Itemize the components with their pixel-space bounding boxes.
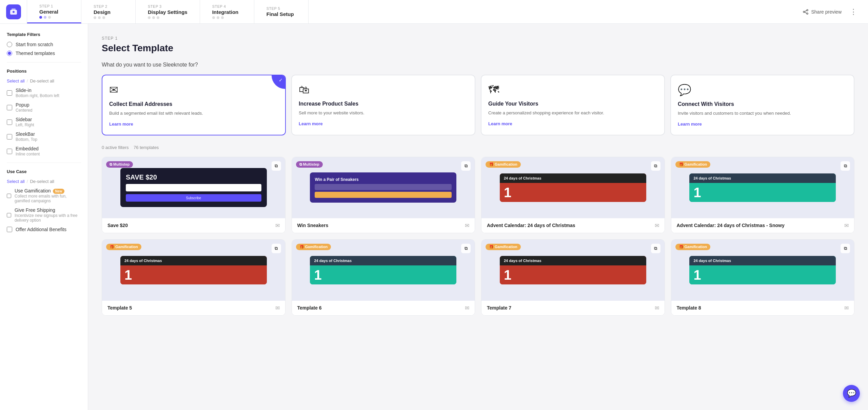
copy-template-save20[interactable]: ⧉ xyxy=(272,161,281,171)
position-checkbox-sidebar[interactable] xyxy=(7,119,12,125)
template-type-icon-tpl5: ✉ xyxy=(275,305,280,311)
step-dot xyxy=(217,16,219,19)
nav-step-step4[interactable]: STEP 4 Integration xyxy=(200,0,254,23)
themed-radio[interactable] xyxy=(7,51,12,56)
copy-template-tpl7[interactable]: ⧉ xyxy=(651,244,660,253)
template-name-advent2: Advent Calendar: 24 days of Christmas - … xyxy=(677,223,785,228)
usecase-sub: Collect more emails with fun, gamified c… xyxy=(15,194,81,203)
filter-themed: Themed templates xyxy=(7,51,81,56)
step-label-text: STEP 4 xyxy=(212,4,242,8)
positions-select-all[interactable]: Select all xyxy=(7,78,25,83)
step-name-text: Design xyxy=(94,9,123,15)
category-card-email[interactable]: ✓ ✉ Collect Email Addresses Build a segm… xyxy=(102,75,286,135)
category-desc-email: Build a segmented email list with releva… xyxy=(109,110,278,117)
category-card-connect[interactable]: 💬 Connect With Visitors Invite visitors … xyxy=(670,75,854,135)
position-sub: Left, Right xyxy=(16,123,34,127)
position-label-popup[interactable]: Popup Centered xyxy=(7,102,81,113)
themed-option[interactable]: Themed templates xyxy=(7,51,81,56)
usecase-label-gamification[interactable]: Use GamificationNew Collect more emails … xyxy=(7,188,81,203)
copy-template-advent1[interactable]: ⧉ xyxy=(651,161,660,171)
template-name-tpl8: Template 8 xyxy=(677,305,701,311)
template-badge-tpl8: 🎁 Gamification xyxy=(675,244,711,250)
template-card-save20[interactable]: ⧉ Multistep ⧉ SAVE $20 Subscribe Save $2… xyxy=(102,157,285,233)
chat-bubble[interactable]: 💬 xyxy=(843,385,860,402)
usecases-list: Use GamificationNew Collect more emails … xyxy=(7,188,81,232)
copy-template-tpl8[interactable]: ⧉ xyxy=(841,244,850,253)
template-card-advent2[interactable]: 🎁 Gamification ⧉ 24 days of Christmas 1 … xyxy=(671,157,855,233)
template-card-advent1[interactable]: 🎁 Gamification ⧉ 24 days of Christmas 1 … xyxy=(481,157,665,233)
template-card-sneakers[interactable]: ⧉ Multistep ⧉ Win a Pair of Sneakers Win… xyxy=(292,157,475,233)
usecase-item-gamification: Use GamificationNew Collect more emails … xyxy=(7,188,81,203)
position-label-embedded[interactable]: Embedded Inline content xyxy=(7,146,81,156)
category-title-sales: Increase Product Sales xyxy=(299,101,468,107)
category-card-sales[interactable]: 🛍 Increase Product Sales Sell more to yo… xyxy=(291,75,475,135)
more-button[interactable]: ⋮ xyxy=(847,6,860,18)
template-card-tpl8[interactable]: 🎁 Gamification ⧉ 24 days of Christmas 1 … xyxy=(671,239,855,316)
copy-template-tpl6[interactable]: ⧉ xyxy=(461,244,471,253)
scratch-option[interactable]: Start from scratch xyxy=(7,42,81,47)
mock-advent-snow: 24 days of Christmas 1 xyxy=(310,256,456,284)
template-footer-tpl8: Template 8 ✉ xyxy=(671,301,854,315)
position-name: SleekBar xyxy=(16,131,37,137)
mock-advent: 24 days of Christmas 1 xyxy=(120,256,267,284)
copy-template-sneakers[interactable]: ⧉ xyxy=(461,161,471,171)
template-badge-tpl6: 🎁 Gamification xyxy=(296,244,331,250)
usecase-label-offer-benefits[interactable]: Offer Additional Benefits xyxy=(7,227,81,232)
usecase-deselect-all[interactable]: De-select all xyxy=(30,179,54,184)
usecase-checkbox-free-shipping[interactable] xyxy=(7,212,11,218)
usecase-select-all[interactable]: Select all xyxy=(7,179,25,184)
step-name-text: Display Settings xyxy=(148,9,188,15)
positions-deselect-all[interactable]: De-select all xyxy=(30,78,54,83)
nav-step-step5[interactable]: STEP 5 Final Setup xyxy=(254,0,309,23)
copy-template-tpl5[interactable]: ⧉ xyxy=(272,244,281,253)
nav-step-step2[interactable]: STEP 2 Design xyxy=(81,0,136,23)
nav-step-step3[interactable]: STEP 3 Display Settings xyxy=(136,0,200,23)
template-card-tpl7[interactable]: 🎁 Gamification ⧉ 24 days of Christmas 1 … xyxy=(481,239,665,316)
position-label-sidebar[interactable]: Sidebar Left, Right xyxy=(7,117,81,127)
nav-step-step1[interactable]: STEP 1 General xyxy=(27,0,81,23)
template-card-tpl5[interactable]: 🎁 Gamification ⧉ 24 days of Christmas 1 … xyxy=(102,239,285,316)
step-dots xyxy=(148,16,188,19)
template-name-tpl6: Template 6 xyxy=(297,305,322,311)
usecase-checkbox-gamification[interactable] xyxy=(7,193,11,199)
main-content: STEP 1 Select Template What do you want … xyxy=(88,24,868,410)
svg-line-6 xyxy=(804,11,806,12)
template-badge-advent2: 🎁 Gamification xyxy=(675,161,711,168)
usecase-label-free-shipping[interactable]: Give Free Shipping Incentivize new signu… xyxy=(7,207,81,223)
share-preview-button[interactable]: Share preview xyxy=(803,9,842,15)
position-label-sleekbar[interactable]: SleekBar Bottom, Top xyxy=(7,131,81,142)
position-checkbox-popup[interactable] xyxy=(7,105,12,110)
template-name-tpl7: Template 7 xyxy=(487,305,511,311)
position-checkbox-sleekbar[interactable] xyxy=(7,134,12,139)
template-type-icon-tpl7: ✉ xyxy=(655,305,659,311)
share-icon xyxy=(803,9,809,15)
sidebar-title: Template Filters xyxy=(7,32,81,37)
page-title: Select Template xyxy=(102,43,854,54)
usecase-title: Use Case xyxy=(7,169,81,174)
usecase-checkbox-offer-benefits[interactable] xyxy=(7,227,12,232)
category-learn-more-email[interactable]: Learn more xyxy=(109,122,278,127)
scratch-radio[interactable] xyxy=(7,42,12,47)
step-label: STEP 1 xyxy=(102,36,854,41)
category-icon-connect: 💬 xyxy=(678,83,847,96)
svg-point-5 xyxy=(807,13,808,14)
category-title-guide: Guide Your Visitors xyxy=(488,101,657,107)
copy-template-advent2[interactable]: ⧉ xyxy=(841,161,850,171)
svg-point-2 xyxy=(13,11,15,13)
step-dot xyxy=(212,16,215,19)
category-learn-more-guide[interactable]: Learn more xyxy=(488,121,657,126)
template-card-tpl6[interactable]: 🎁 Gamification ⧉ 24 days of Christmas 1 … xyxy=(292,239,475,316)
usecase-item-free-shipping: Give Free Shipping Incentivize new signu… xyxy=(7,207,81,223)
category-title-email: Collect Email Addresses xyxy=(109,101,278,107)
template-thumb-tpl8: 🎁 Gamification ⧉ 24 days of Christmas 1 xyxy=(671,240,854,301)
template-grid: ⧉ Multistep ⧉ SAVE $20 Subscribe Save $2… xyxy=(102,157,854,316)
position-label-slide-in[interactable]: Slide-in Bottom right, Bottom left xyxy=(7,88,81,98)
category-icon-guide: 🗺 xyxy=(488,83,657,96)
category-card-guide[interactable]: 🗺 Guide Your Visitors Create a personali… xyxy=(481,75,665,135)
position-checkbox-slide-in[interactable] xyxy=(7,90,12,96)
category-learn-more-sales[interactable]: Learn more xyxy=(299,121,468,126)
template-thumb-advent2: 🎁 Gamification ⧉ 24 days of Christmas 1 xyxy=(671,157,854,218)
position-item-sidebar: Sidebar Left, Right xyxy=(7,117,81,127)
category-learn-more-connect[interactable]: Learn more xyxy=(678,122,847,127)
position-checkbox-embedded[interactable] xyxy=(7,149,12,154)
